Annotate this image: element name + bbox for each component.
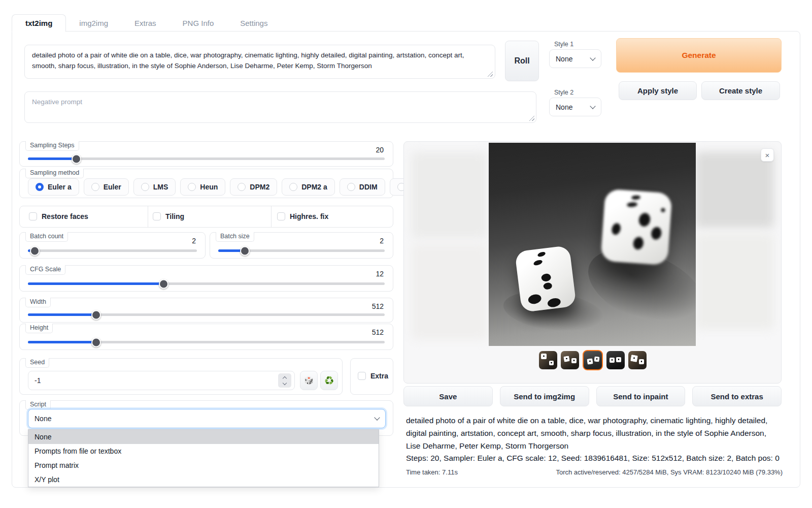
- die: [515, 245, 577, 312]
- tab-img2img[interactable]: img2img: [66, 15, 121, 31]
- seed-value: -1: [35, 376, 41, 385]
- batch-size-slider[interactable]: [218, 249, 385, 252]
- sampler-option-euler-a[interactable]: Euler a: [28, 178, 79, 196]
- gallery-thumbnail[interactable]: [606, 351, 625, 369]
- sampler-option-dpm2-a[interactable]: DPM2 a: [282, 178, 335, 196]
- negative-prompt-input[interactable]: [24, 91, 536, 123]
- sampler-option-lms[interactable]: LMS: [133, 178, 176, 196]
- dice-icon: 🎲: [304, 376, 314, 385]
- checkbox-icon: [153, 212, 161, 220]
- tab-txt2img[interactable]: txt2img: [12, 14, 66, 32]
- sampler-option-label: Heun: [200, 183, 218, 191]
- style1-value: None: [556, 55, 572, 63]
- roll-button[interactable]: Roll: [505, 41, 539, 81]
- die-dot: [650, 226, 663, 241]
- script-option-none[interactable]: None: [28, 430, 379, 444]
- chevron-down-icon: [590, 103, 595, 109]
- script-option-prompts-from-file[interactable]: Prompts from file or textbox: [28, 444, 379, 458]
- die-dot: [627, 202, 638, 207]
- slider-handle[interactable]: [91, 337, 101, 347]
- gallery-thumbnail[interactable]: [539, 351, 557, 369]
- die-dot: [533, 259, 543, 266]
- style2-select[interactable]: None: [549, 98, 601, 116]
- die-dot: [631, 195, 641, 200]
- batch-size-value: 2: [380, 237, 384, 245]
- divider: [271, 206, 272, 227]
- slider-handle[interactable]: [72, 154, 81, 164]
- generate-button[interactable]: Generate: [616, 38, 782, 73]
- thumb-die: [610, 358, 615, 363]
- tiling-label: Tiling: [165, 212, 184, 220]
- batch-count-value: 2: [192, 237, 196, 245]
- send-to-extras-button[interactable]: Send to extras: [692, 386, 782, 406]
- seed-stepper[interactable]: [278, 373, 291, 388]
- prompt-input[interactable]: detailed photo of a pair of white die on…: [24, 45, 495, 79]
- seed-input[interactable]: -1: [28, 371, 295, 390]
- tab-settings[interactable]: Settings: [227, 15, 281, 31]
- blurred-gallery-image: [411, 243, 487, 340]
- width-slider[interactable]: [28, 313, 385, 316]
- sampler-option-ddim[interactable]: DDIM: [340, 178, 385, 196]
- sampling-steps-slider[interactable]: [28, 157, 385, 160]
- script-option-prompt-matrix[interactable]: Prompt matrix: [28, 458, 379, 472]
- close-icon: ×: [765, 151, 770, 160]
- tab-extras[interactable]: Extras: [121, 15, 170, 31]
- style2-label: Style 2: [554, 89, 573, 96]
- info-prompt-text: detailed photo of a pair of white die on…: [406, 415, 783, 452]
- batch-count-label: Batch count: [25, 232, 68, 242]
- slider-handle[interactable]: [159, 279, 168, 289]
- die-dot: [527, 293, 542, 305]
- time-taken-text: Time taken: 7.11s: [406, 468, 458, 476]
- sampler-option-label: Euler: [104, 183, 121, 191]
- send-to-img2img-button[interactable]: Send to img2img: [500, 386, 589, 406]
- gallery-thumbnail[interactable]: [561, 351, 579, 369]
- script-select[interactable]: None: [28, 409, 386, 428]
- create-style-button[interactable]: Create style: [701, 81, 780, 100]
- thumb-die: [630, 355, 637, 362]
- sampler-option-heun[interactable]: Heun: [180, 178, 225, 196]
- random-seed-button[interactable]: 🎲: [300, 371, 318, 390]
- radio-icon: [347, 183, 355, 191]
- width-card: Width 512: [19, 298, 393, 323]
- die-dot: [611, 222, 622, 236]
- slider-handle[interactable]: [240, 246, 250, 256]
- gallery-thumbnail[interactable]: [628, 351, 647, 369]
- step-down-icon: [283, 380, 287, 385]
- cfg-scale-slider[interactable]: [28, 282, 385, 285]
- script-dropdown-list: None Prompts from file or textbox Prompt…: [28, 429, 379, 487]
- style1-select[interactable]: None: [549, 49, 601, 68]
- sampler-option-euler[interactable]: Euler: [84, 178, 129, 196]
- reuse-seed-button[interactable]: ♻️: [320, 371, 338, 390]
- height-slider[interactable]: [28, 341, 385, 343]
- radio-icon: [91, 183, 99, 191]
- extra-checkbox[interactable]: Extra: [358, 372, 388, 380]
- gallery-thumbnail-selected[interactable]: [583, 350, 603, 370]
- script-option-xy-plot[interactable]: X/Y plot: [28, 472, 379, 487]
- thumb-die: [616, 357, 621, 362]
- options-card: Restore faces Tiling Highres. fix: [19, 206, 393, 228]
- batch-count-slider[interactable]: [28, 249, 197, 252]
- height-label: Height: [25, 324, 53, 333]
- blurred-gallery-image: [411, 152, 487, 238]
- sampler-options: Euler a Euler LMS Heun DPM2 DPM2 a: [28, 178, 436, 196]
- apply-style-button[interactable]: Apply style: [619, 81, 697, 100]
- tiling-checkbox[interactable]: Tiling: [153, 212, 184, 220]
- restore-faces-checkbox[interactable]: Restore faces: [29, 212, 88, 220]
- save-button[interactable]: Save: [403, 386, 493, 406]
- close-gallery-button[interactable]: ×: [761, 148, 774, 162]
- chevron-down-icon: [374, 415, 380, 420]
- radio-icon: [289, 183, 297, 191]
- slider-handle[interactable]: [30, 246, 40, 256]
- sampling-steps-label: Sampling Steps: [25, 141, 79, 151]
- slider-handle[interactable]: [91, 310, 101, 320]
- send-to-inpaint-button[interactable]: Send to inpaint: [596, 386, 686, 406]
- tab-png-info[interactable]: PNG Info: [170, 15, 227, 31]
- generated-image[interactable]: [489, 143, 696, 346]
- sampler-option-dpm2[interactable]: DPM2: [230, 178, 277, 196]
- thumb-die: [594, 357, 599, 362]
- die-dot: [632, 236, 645, 251]
- highres-fix-checkbox[interactable]: Highres. fix: [277, 212, 328, 220]
- cfg-scale-label: CFG Scale: [25, 265, 65, 275]
- step-up-icon: [283, 376, 287, 380]
- checkbox-icon: [29, 212, 37, 220]
